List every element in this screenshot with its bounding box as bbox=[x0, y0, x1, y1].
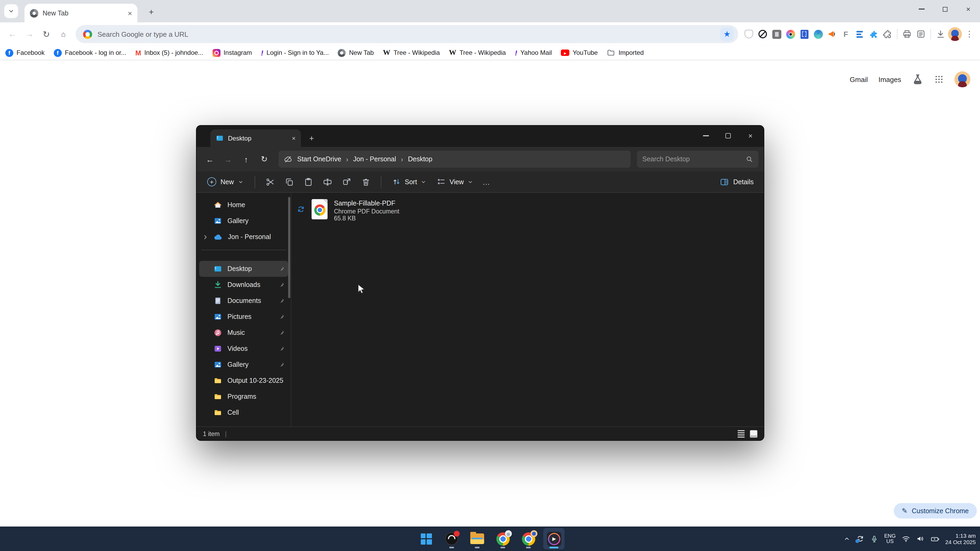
hidden-icons-chevron[interactable] bbox=[844, 535, 850, 542]
breadcrumb[interactable]: Start OneDrive › Jon - Personal › Deskto… bbox=[278, 151, 631, 168]
ext-megaphone-icon[interactable] bbox=[826, 27, 838, 41]
browser-reload-button[interactable]: ↻ bbox=[38, 26, 54, 42]
ext-blue-puzzle-icon[interactable] bbox=[867, 27, 880, 41]
browser-back-button[interactable]: ← bbox=[4, 26, 20, 42]
cut-button[interactable] bbox=[261, 173, 279, 190]
details-pane-button[interactable]: Details bbox=[715, 173, 759, 190]
explorer-new-tab-button[interactable]: + bbox=[304, 130, 319, 145]
sidebar-item-music[interactable]: Music bbox=[199, 325, 288, 341]
rename-button[interactable] bbox=[318, 173, 337, 190]
bookmark-imported-folder[interactable]: Imported bbox=[607, 48, 644, 57]
downloads-icon[interactable] bbox=[934, 27, 947, 41]
sidebar-item-cell-folder[interactable]: Cell bbox=[199, 405, 288, 421]
bookmark-facebook[interactable]: fFacebook bbox=[5, 49, 45, 57]
sidebar-item-gallery-2[interactable]: Gallery bbox=[199, 357, 288, 373]
ext-camera-icon[interactable] bbox=[784, 27, 797, 41]
sidebar-item-home[interactable]: Home bbox=[199, 197, 288, 213]
file-list-area[interactable]: Sample-Fillable-PDF Chrome PDF Document … bbox=[291, 193, 764, 426]
sidebar-scrollbar[interactable] bbox=[288, 197, 290, 298]
chrome-maximize-button[interactable] bbox=[933, 0, 956, 18]
file-item-sample-fillable-pdf[interactable]: Sample-Fillable-PDF Chrome PDF Document … bbox=[297, 199, 399, 221]
copy-button[interactable] bbox=[280, 173, 298, 190]
clock[interactable]: 1:13 am 24 Oct 2025 bbox=[945, 532, 976, 545]
explorer-search-box[interactable]: Search Desktop bbox=[637, 151, 759, 168]
breadcrumb-start-onedrive[interactable]: Start OneDrive bbox=[297, 156, 341, 163]
chrome-tab-new-tab[interactable]: New Tab × bbox=[24, 4, 137, 22]
bookmark-star-icon[interactable]: ★ bbox=[720, 27, 734, 41]
sidebar-item-programs-folder[interactable]: Programs bbox=[199, 389, 288, 405]
explorer-minimize-button[interactable] bbox=[695, 125, 717, 146]
sort-button[interactable]: Sort bbox=[387, 173, 431, 190]
ext-copilot-icon[interactable] bbox=[812, 27, 824, 41]
battery-icon[interactable] bbox=[931, 534, 940, 543]
breadcrumb-desktop[interactable]: Desktop bbox=[408, 156, 433, 163]
ext-gray-doc-icon[interactable] bbox=[770, 27, 783, 41]
explorer-tab-desktop[interactable]: Desktop × bbox=[210, 129, 301, 147]
sidebar-item-videos[interactable]: Videos bbox=[199, 341, 288, 357]
explorer-up-button[interactable]: ↑ bbox=[238, 151, 254, 167]
taskbar-chrome-profile1-button[interactable] bbox=[492, 528, 514, 549]
volume-icon[interactable] bbox=[916, 535, 924, 543]
customize-chrome-button[interactable]: ✎ Customize Chrome bbox=[894, 503, 977, 519]
search-labs-icon[interactable] bbox=[912, 73, 924, 85]
reading-list-icon[interactable] bbox=[915, 27, 927, 41]
explorer-close-button[interactable]: × bbox=[739, 125, 762, 146]
bookmark-new-tab[interactable]: New Tab bbox=[338, 49, 374, 57]
chevron-right-icon[interactable] bbox=[202, 234, 208, 240]
gmail-link[interactable]: Gmail bbox=[850, 75, 868, 83]
bookmark-yahoo-login[interactable]: !Login - Sign in to Ya... bbox=[261, 49, 329, 57]
large-icons-view-toggle-icon[interactable] bbox=[750, 430, 757, 437]
browser-forward-button[interactable]: → bbox=[21, 26, 37, 42]
bookmark-inbox[interactable]: MInbox (5) - johndoe... bbox=[135, 49, 203, 57]
profile-avatar[interactable] bbox=[948, 27, 962, 41]
ext-adblock-icon[interactable] bbox=[756, 27, 769, 41]
print-icon[interactable] bbox=[900, 27, 913, 41]
bookmark-wikipedia-1[interactable]: WTree - Wikipedia bbox=[383, 48, 440, 57]
new-tab-button[interactable]: + bbox=[145, 6, 158, 19]
chrome-minimize-button[interactable] bbox=[910, 0, 933, 18]
explorer-maximize-button[interactable] bbox=[717, 125, 739, 146]
sidebar-item-output-folder[interactable]: Output 10-23-2025 bbox=[199, 373, 288, 389]
taskbar-obs-button[interactable] bbox=[441, 528, 462, 549]
taskbar-chrome-profile2-button[interactable] bbox=[518, 528, 539, 549]
share-button[interactable] bbox=[338, 173, 356, 190]
google-account-avatar[interactable] bbox=[955, 71, 970, 87]
explorer-forward-button[interactable]: → bbox=[220, 151, 236, 167]
google-apps-grid-icon[interactable] bbox=[934, 75, 944, 84]
see-more-button[interactable]: … bbox=[479, 173, 494, 190]
chrome-close-button[interactable]: × bbox=[956, 0, 980, 18]
sidebar-item-pictures[interactable]: Pictures bbox=[199, 309, 288, 325]
language-indicator[interactable]: ENG US bbox=[884, 533, 896, 545]
ext-shield-icon[interactable] bbox=[743, 27, 755, 41]
new-button[interactable]: + New bbox=[202, 173, 249, 190]
tab-search-button[interactable] bbox=[4, 4, 18, 18]
explorer-tab-close-icon[interactable]: × bbox=[292, 135, 296, 142]
explorer-refresh-button[interactable]: ↻ bbox=[256, 151, 272, 167]
onedrive-sync-tray-icon[interactable] bbox=[856, 535, 864, 543]
ext-screenshot-icon[interactable] bbox=[798, 27, 811, 41]
wifi-icon[interactable] bbox=[902, 535, 910, 543]
bookmark-instagram[interactable]: Instagram bbox=[212, 49, 252, 57]
extensions-puzzle-icon[interactable] bbox=[881, 27, 894, 41]
sidebar-item-desktop[interactable]: Desktop bbox=[199, 261, 288, 277]
explorer-back-button[interactable]: ← bbox=[202, 151, 218, 167]
ext-f-letter-icon[interactable]: F bbox=[839, 27, 852, 41]
sidebar-item-gallery[interactable]: Gallery bbox=[199, 213, 288, 229]
taskbar-file-explorer-button[interactable] bbox=[466, 528, 488, 549]
details-view-toggle-icon[interactable] bbox=[738, 430, 745, 437]
paste-button[interactable] bbox=[299, 173, 317, 190]
breadcrumb-jon-personal[interactable]: Jon - Personal bbox=[353, 156, 396, 163]
address-bar[interactable]: Search Google or type a URL ★ bbox=[76, 25, 738, 43]
bookmark-wikipedia-2[interactable]: WTree - Wikipedia bbox=[449, 48, 506, 57]
view-button[interactable]: View bbox=[432, 173, 478, 190]
images-link[interactable]: Images bbox=[878, 75, 901, 83]
ext-blue-bars-icon[interactable] bbox=[853, 27, 866, 41]
browser-home-button[interactable]: ⌂ bbox=[56, 26, 72, 42]
tab-close-icon[interactable]: × bbox=[128, 9, 132, 17]
bookmark-facebook-login[interactable]: fFacebook - log in or... bbox=[54, 49, 126, 57]
start-button[interactable] bbox=[415, 528, 437, 549]
sidebar-item-documents[interactable]: Documents bbox=[199, 293, 288, 309]
chrome-menu-kebab-icon[interactable]: ⋮ bbox=[963, 27, 976, 41]
bookmark-youtube[interactable]: ▶YouTube bbox=[561, 49, 598, 56]
bookmark-yahoo-mail[interactable]: !Yahoo Mail bbox=[515, 49, 552, 57]
